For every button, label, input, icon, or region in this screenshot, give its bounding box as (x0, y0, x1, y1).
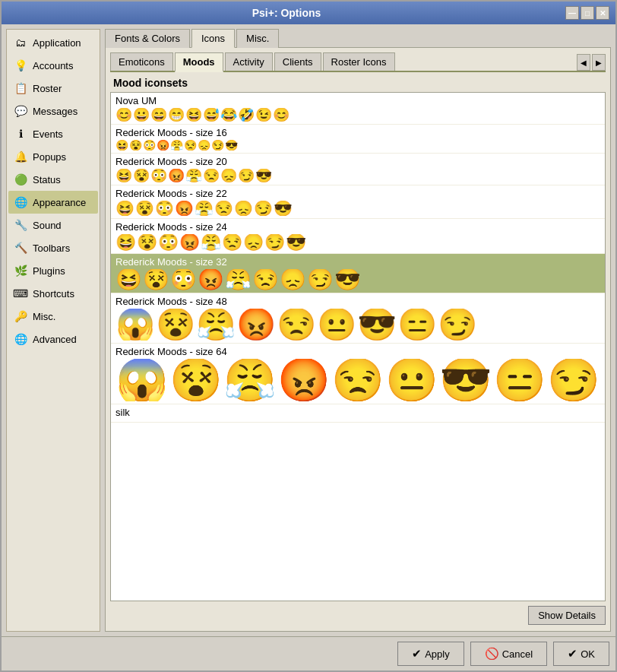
iconset-row-rederick_48[interactable]: Rederick Moods - size 48😱😵😤😡😒😐😎😑😏 (111, 293, 605, 344)
iconset-emojis-rederick_16: 😆😵😳😡😤😒😞😏😎 (115, 140, 600, 151)
apply-button[interactable]: ✔ Apply (397, 642, 464, 666)
sidebar-icon-application: 🗂 (13, 35, 28, 50)
show-details-button[interactable]: Show Details (528, 606, 606, 625)
tab-nav-right[interactable]: ▶ (592, 54, 606, 71)
maximize-button[interactable]: □ (581, 6, 594, 20)
sidebar-icon-roster: 📋 (13, 81, 28, 96)
sidebar-icon-accounts: 💡 (13, 58, 28, 73)
iconset-name-rederick_32: Rederick Moods - size 32 (115, 256, 600, 268)
window-controls: — □ ✕ (565, 6, 609, 20)
sidebar-item-events[interactable]: ℹEvents (8, 122, 98, 145)
sidebar-label-advanced: Advanced (33, 334, 77, 345)
sidebar-label-plugins: Plugins (33, 265, 65, 277)
sidebar-label-messages: Messages (33, 106, 78, 117)
sidebar-item-messages[interactable]: 💬Messages (8, 100, 98, 122)
sidebar-label-sound: Sound (33, 220, 62, 231)
sidebar-icon-advanced: 🌐 (13, 331, 28, 347)
tab-second-roster_icons[interactable]: Roster Icons (323, 52, 395, 71)
sidebar-label-popups: Popups (33, 151, 66, 163)
tab-nav-controls: ◀ ▶ (577, 54, 606, 71)
sidebar-icon-status: 🟢 (13, 172, 28, 187)
iconset-row-rederick_64[interactable]: Rederick Moods - size 64😱😵😤😡😒😐😎😑😏 (111, 344, 605, 404)
sidebar-icon-sound: 🔧 (13, 217, 28, 233)
sidebar-item-status[interactable]: 🟢Status (8, 168, 98, 191)
main-panel: Fonts & ColorsIconsMisc. EmoticonsMoodsA… (105, 29, 611, 632)
show-details-bar: Show Details (110, 601, 606, 626)
sidebar-icon-messages: 💬 (13, 103, 28, 119)
iconset-row-rederick_24[interactable]: Rederick Moods - size 24😆😵😳😡😤😒😞😏😎 (111, 219, 605, 254)
iconset-name-nova_um: Nova UM (115, 95, 600, 106)
sidebar-item-roster[interactable]: 📋Roster (8, 77, 98, 100)
iconset-name-rederick_16: Rederick Moods - size 16 (115, 127, 600, 138)
close-button[interactable]: ✕ (596, 6, 609, 20)
window-title: Psi+: Options (8, 7, 565, 19)
ok-icon: ✔ (568, 647, 577, 661)
main-window: Psi+: Options — □ ✕ 🗂Application💡Account… (0, 0, 617, 672)
sidebar-item-plugins[interactable]: 🌿Plugins (8, 259, 98, 282)
tab-top-misc[interactable]: Misc. (236, 29, 279, 48)
top-tab-bar: Fonts & ColorsIconsMisc. (105, 29, 611, 48)
sidebar-label-misc: Misc. (33, 311, 55, 322)
bottom-bar: ✔ Apply 🚫 Cancel ✔ OK (2, 636, 615, 670)
iconset-name-rederick_24: Rederick Moods - size 24 (115, 221, 600, 233)
tab-top-icons[interactable]: Icons (191, 29, 235, 48)
iconset-row-rederick_32[interactable]: Rederick Moods - size 32😆😵😳😡😤😒😞😏😎 (111, 254, 605, 293)
iconset-row-silk[interactable]: silk (111, 404, 605, 423)
tab-second-activity[interactable]: Activity (225, 52, 273, 71)
sidebar-item-toolbars[interactable]: 🔨Toolbars (8, 236, 98, 259)
sidebar-item-advanced[interactable]: 🌐Advanced (8, 328, 98, 350)
iconsets-list[interactable]: Nova UM😊😀😄😁😆😅😂🤣😉😊Rederick Moods - size 1… (110, 92, 606, 601)
sidebar-icon-misc: 🔑 (13, 309, 28, 324)
iconset-emojis-rederick_32: 😆😵😳😡😤😒😞😏😎 (115, 269, 600, 290)
iconset-emojis-rederick_24: 😆😵😳😡😤😒😞😏😎 (115, 234, 600, 251)
sidebar: 🗂Application💡Accounts📋Roster💬MessagesℹEv… (6, 29, 100, 632)
sidebar-item-application[interactable]: 🗂Application (8, 31, 98, 54)
titlebar: Psi+: Options — □ ✕ (2, 2, 615, 24)
section-title: Mood iconsets (110, 77, 606, 89)
ok-button[interactable]: ✔ OK (553, 642, 609, 666)
sidebar-label-roster: Roster (33, 83, 62, 94)
sidebar-icon-popups: 🔔 (13, 149, 28, 164)
sidebar-icon-toolbars: 🔨 (13, 240, 28, 255)
sidebar-icon-plugins: 🌿 (13, 263, 28, 278)
sidebar-label-accounts: Accounts (33, 60, 73, 71)
minimize-button[interactable]: — (565, 6, 579, 20)
iconset-name-rederick_22: Rederick Moods - size 22 (115, 188, 600, 199)
sidebar-label-appearance: Appearance (33, 197, 86, 208)
tab-second-emoticons[interactable]: Emoticons (110, 52, 173, 71)
iconset-row-rederick_16[interactable]: Rederick Moods - size 16😆😵😳😡😤😒😞😏😎 (111, 125, 605, 154)
iconset-emojis-rederick_20: 😆😵😳😡😤😒😞😏😎 (115, 169, 600, 182)
sidebar-icon-appearance: 🌐 (13, 195, 28, 210)
iconset-row-rederick_22[interactable]: Rederick Moods - size 22😆😵😳😡😤😒😞😏😎 (111, 185, 605, 219)
iconset-emojis-rederick_22: 😆😵😳😡😤😒😞😏😎 (115, 201, 600, 216)
sidebar-item-sound[interactable]: 🔧Sound (8, 214, 98, 236)
iconset-row-nova_um[interactable]: Nova UM😊😀😄😁😆😅😂🤣😉😊 (111, 93, 605, 125)
cancel-icon: 🚫 (485, 647, 499, 661)
sidebar-label-toolbars: Toolbars (33, 242, 70, 254)
sidebar-item-misc[interactable]: 🔑Misc. (8, 305, 98, 328)
apply-label: Apply (425, 648, 450, 660)
tab-nav-left[interactable]: ◀ (577, 54, 590, 71)
iconsets-section: Mood iconsets Nova UM😊😀😄😁😆😅😂🤣😉😊Rederick … (110, 77, 606, 626)
sidebar-item-accounts[interactable]: 💡Accounts (8, 54, 98, 77)
cancel-label: Cancel (502, 648, 533, 660)
iconset-emojis-rederick_48: 😱😵😤😡😒😐😎😑😏 (115, 309, 600, 341)
panel-content: EmoticonsMoodsActivityClientsRoster Icon… (105, 48, 611, 632)
iconset-name-rederick_48: Rederick Moods - size 48 (115, 296, 600, 307)
iconset-emojis-nova_um: 😊😀😄😁😆😅😂🤣😉😊 (115, 108, 600, 122)
tab-second-clients[interactable]: Clients (274, 52, 321, 71)
tab-top-fonts_colors[interactable]: Fonts & Colors (105, 29, 190, 48)
sidebar-label-shortcuts: Shortcuts (33, 288, 74, 300)
apply-icon: ✔ (412, 647, 422, 661)
tab-second-moods[interactable]: Moods (175, 52, 223, 72)
iconset-name-rederick_20: Rederick Moods - size 20 (115, 156, 600, 167)
ok-label: OK (581, 648, 595, 660)
sidebar-item-shortcuts[interactable]: ⌨Shortcuts (8, 282, 98, 305)
sidebar-label-application: Application (33, 37, 81, 49)
cancel-button[interactable]: 🚫 Cancel (470, 642, 547, 666)
sidebar-item-appearance[interactable]: 🌐Appearance (8, 191, 98, 214)
sidebar-icon-events: ℹ (13, 126, 28, 141)
iconset-row-rederick_20[interactable]: Rederick Moods - size 20😆😵😳😡😤😒😞😏😎 (111, 154, 605, 185)
sidebar-item-popups[interactable]: 🔔Popups (8, 145, 98, 168)
content-area: 🗂Application💡Accounts📋Roster💬MessagesℹEv… (2, 24, 615, 636)
